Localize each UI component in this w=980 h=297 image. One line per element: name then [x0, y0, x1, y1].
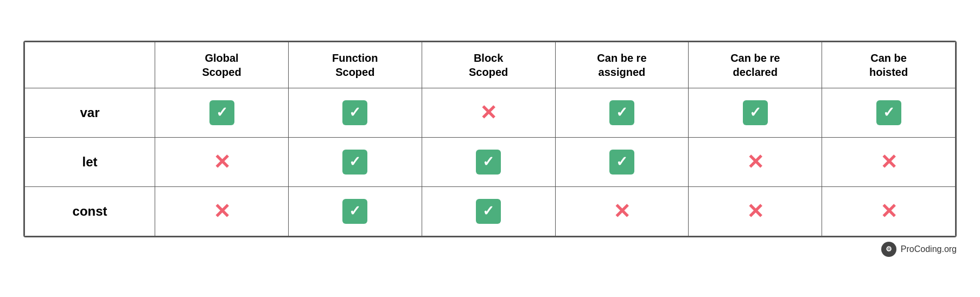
cell-const-can-redeclare: ✕	[689, 186, 822, 236]
brand-name: ProCoding.org	[901, 244, 957, 254]
cell-keyword: var	[25, 88, 155, 137]
header-keyword	[25, 42, 155, 88]
table-row: var✓✓✕✓✓✓	[25, 88, 956, 137]
header-function-scoped: FunctionScoped	[288, 42, 422, 88]
cell-const-function-scoped: ✓	[288, 186, 422, 236]
cell-let-can-hoist: ✕	[822, 137, 956, 186]
check-icon: ✓	[609, 150, 634, 175]
footer: ⚙ ProCoding.org	[23, 242, 957, 257]
check-icon: ✓	[476, 199, 501, 224]
comparison-table-container: GlobalScoped FunctionScoped BlockScoped …	[23, 41, 957, 237]
table-body: var✓✓✕✓✓✓let✕✓✓✓✕✕const✕✓✓✕✕✕	[25, 88, 956, 236]
cell-let-can-reassign: ✓	[555, 137, 689, 186]
cell-var-can-reassign: ✓	[555, 88, 689, 137]
cell-const-block-scoped: ✓	[422, 186, 555, 236]
cross-icon: ✕	[213, 152, 231, 172]
brand-logo-icon: ⚙	[881, 242, 896, 257]
cross-icon: ✕	[747, 201, 764, 222]
cell-const-can-reassign: ✕	[555, 186, 689, 236]
cell-var-block-scoped: ✕	[422, 88, 555, 137]
cell-var-global-scoped: ✓	[155, 88, 289, 137]
cross-icon: ✕	[747, 152, 764, 172]
cell-keyword: const	[25, 186, 155, 236]
header-can-reassign: Can be reassigned	[555, 42, 689, 88]
table-row: let✕✓✓✓✕✕	[25, 137, 956, 186]
check-icon: ✓	[876, 100, 901, 125]
header-can-hoist: Can behoisted	[822, 42, 956, 88]
cross-icon: ✕	[880, 152, 898, 172]
cross-icon: ✕	[613, 201, 631, 222]
comparison-table: GlobalScoped FunctionScoped BlockScoped …	[24, 42, 956, 236]
cell-keyword: let	[25, 137, 155, 186]
cell-const-global-scoped: ✕	[155, 186, 289, 236]
cell-let-function-scoped: ✓	[288, 137, 422, 186]
cell-const-can-hoist: ✕	[822, 186, 956, 236]
cell-let-global-scoped: ✕	[155, 137, 289, 186]
cross-icon: ✕	[213, 201, 231, 222]
cell-var-can-redeclare: ✓	[689, 88, 822, 137]
check-icon: ✓	[342, 100, 367, 125]
header-can-redeclare: Can be redeclared	[689, 42, 822, 88]
cell-var-can-hoist: ✓	[822, 88, 956, 137]
cell-let-can-redeclare: ✕	[689, 137, 822, 186]
cross-icon: ✕	[880, 201, 898, 222]
cross-icon: ✕	[480, 102, 497, 123]
cell-var-function-scoped: ✓	[288, 88, 422, 137]
check-icon: ✓	[342, 150, 367, 175]
header-global-scoped: GlobalScoped	[155, 42, 289, 88]
page-wrapper: GlobalScoped FunctionScoped BlockScoped …	[12, 30, 968, 268]
check-icon: ✓	[209, 100, 234, 125]
header-block-scoped: BlockScoped	[422, 42, 555, 88]
cell-let-block-scoped: ✓	[422, 137, 555, 186]
check-icon: ✓	[342, 199, 367, 224]
table-row: const✕✓✓✕✕✕	[25, 186, 956, 236]
check-icon: ✓	[609, 100, 634, 125]
check-icon: ✓	[743, 100, 768, 125]
check-icon: ✓	[476, 150, 501, 175]
header-row: GlobalScoped FunctionScoped BlockScoped …	[25, 42, 956, 88]
